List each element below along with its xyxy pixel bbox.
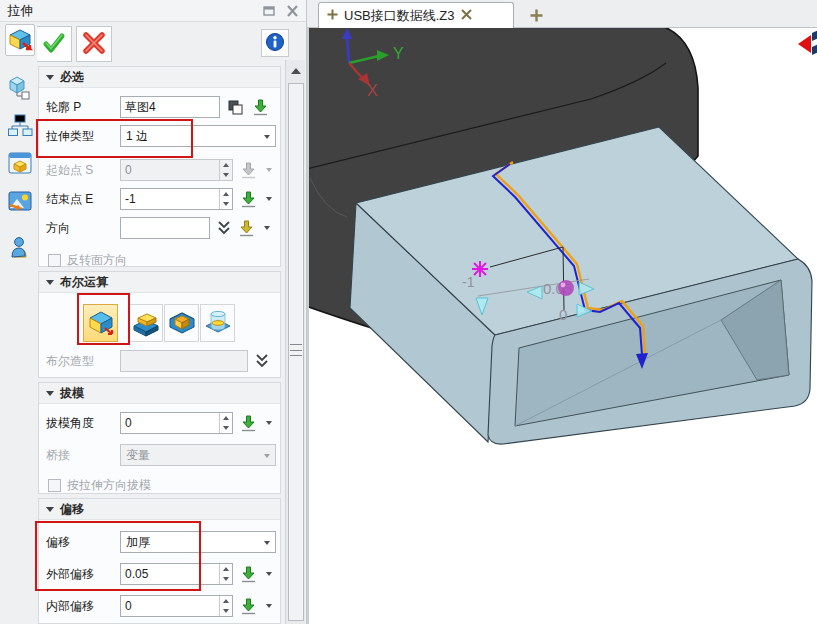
spinner[interactable] [219,596,232,616]
3d-viewport[interactable]: -1 0.05 0 Y X [307,28,817,624]
row-draft-angle: 拔模角度 [46,411,276,435]
start-point-input[interactable] [120,159,233,181]
scroll-up-icon[interactable] [287,62,305,80]
chevron-down-icon[interactable] [266,572,272,576]
offset-sphere-handle [558,280,574,296]
double-chevron-icon[interactable] [254,352,273,371]
sidebar-item-render[interactable] [5,186,35,218]
sidebar-item-hierarchy[interactable] [5,110,35,142]
row-flip-direction: 反转面方向 [46,248,276,272]
row-profile: 轮廓 P [46,95,276,119]
row-inner-offset: 内部偏移 [46,594,276,618]
spinner[interactable] [219,413,232,433]
row-direction: 方向 [46,216,276,240]
window-cube-icon [7,150,33,179]
boolean-shape-input[interactable] [120,350,248,372]
flip-direction-checkbox[interactable] [48,254,61,267]
splitter-grip-icon[interactable] [290,344,302,356]
pick-icon[interactable] [239,190,258,209]
draft-angle-input[interactable] [120,412,233,434]
profile-label: 轮廓 P [46,99,120,116]
pick-from-list-icon[interactable] [251,98,270,117]
group-draft-header[interactable]: 拔模 [39,383,280,404]
chevron-down-icon [266,168,272,172]
document-tab[interactable]: USB接口数据线.Z3 [318,2,514,28]
row-outer-offset: 外部偏移 [46,562,276,586]
pick-icon[interactable] [239,565,258,584]
chevron-down-icon[interactable] [266,421,272,425]
close-icon[interactable] [285,4,299,17]
restore-icon[interactable] [262,4,276,17]
chevron-down-icon[interactable] [266,604,272,608]
x-axis-label: X [367,82,378,99]
outer-offset-input[interactable] [120,563,233,585]
bridge-select[interactable]: 变量 [120,444,276,466]
group-required-title: 必选 [60,69,84,86]
inner-offset-handle-label[interactable]: 0 [559,306,567,323]
inner-offset-input[interactable] [120,595,233,617]
spinner[interactable] [219,189,232,209]
ok-button[interactable] [36,26,72,62]
user-icon [7,234,33,263]
spinner[interactable] [219,564,232,584]
chevron-down-icon[interactable] [264,226,270,230]
end-point-input[interactable] [120,188,233,210]
pick-icon-disabled [239,161,258,180]
draft-by-direction-checkbox[interactable] [48,479,61,492]
chevron-down-icon [264,454,270,458]
document-tabbar: USB接口数据线.Z3 [307,0,817,28]
spinner[interactable] [219,160,232,180]
bridge-label: 桥接 [46,447,120,464]
flip-direction-label: 反转面方向 [67,252,127,269]
pick-icon[interactable] [239,597,258,616]
group-required: 必选 轮廓 P 拉伸类型 1 边 起始点 S [38,66,281,267]
zw3d-app: 拉伸 [0,0,817,624]
bridge-value: 变量 [126,447,150,464]
sidebar-item-window-cube[interactable] [5,148,35,180]
sidebar-item-wireframe[interactable] [5,72,35,104]
cancel-button[interactable] [76,26,112,62]
row-draft-by-direction: 按拉伸方向拔模 [46,473,276,497]
offset-type-value: 加厚 [126,534,150,551]
sidebar-item-extrude[interactable] [5,24,35,56]
chevron-down-icon [264,135,270,139]
info-icon [265,32,285,55]
draft-angle-label: 拔模角度 [46,415,120,432]
info-button[interactable] [261,29,289,57]
boolean-base-button[interactable] [83,304,118,342]
depth-handle-label[interactable]: -1 [462,274,475,290]
extrude-type-select[interactable]: 1 边 [120,125,276,147]
check-icon [42,32,66,57]
boolean-add-button[interactable] [128,304,163,342]
offset-type-select[interactable]: 加厚 [120,531,276,553]
collapse-icon [46,507,54,512]
copy-icon[interactable] [226,98,245,117]
inner-offset-label: 内部偏移 [46,598,120,615]
new-tab-button[interactable] [525,4,547,26]
boolean-intersect-icon [203,307,233,340]
x-icon [82,32,106,57]
row-bridge: 桥接 变量 [46,443,276,467]
3d-scene: -1 0.05 0 Y X [309,28,817,624]
group-offset-header[interactable]: 偏移 [39,499,280,520]
nav-arrow-icon[interactable] [798,30,817,55]
tab-title: USB接口数据线.Z3 [344,7,455,25]
start-point-label: 起始点 S [46,162,120,179]
collapse-icon [46,280,54,285]
row-boolean-shape: 布尔造型 [46,349,276,373]
double-chevron-icon[interactable] [216,219,235,238]
chevron-down-icon[interactable] [266,197,272,201]
pick-icon[interactable] [239,414,258,433]
group-required-header[interactable]: 必选 [39,67,280,88]
pick-icon-yellow[interactable] [237,219,256,238]
sidebar-item-user[interactable] [5,232,35,264]
direction-input[interactable] [120,217,210,239]
profile-input[interactable] [120,96,220,118]
wireframe-box-icon [7,74,33,103]
panel-scrollbar[interactable] [285,60,305,624]
y-axis-label: Y [393,45,404,62]
boolean-intersect-button[interactable] [200,304,235,342]
boolean-subtract-button[interactable] [164,304,199,342]
group-boolean-header[interactable]: 布尔运算 [39,272,280,293]
tab-close-icon[interactable] [461,9,472,23]
